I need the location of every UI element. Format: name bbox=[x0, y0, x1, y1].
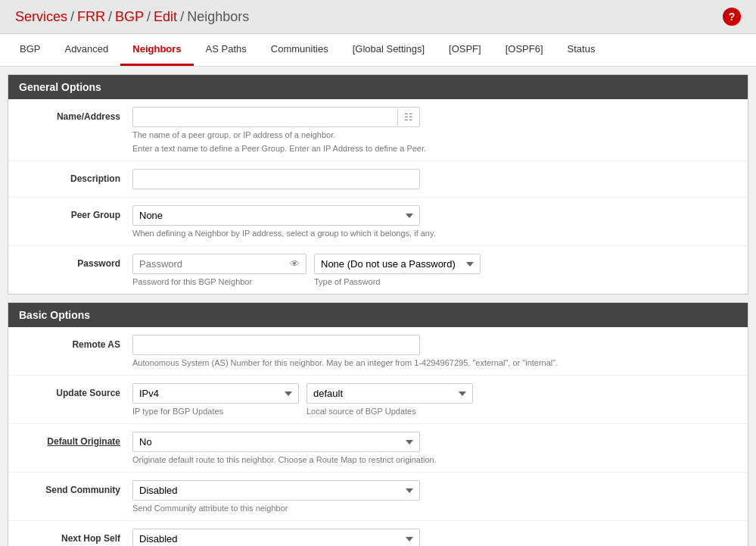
ip-type-desc: IP type for BGP Updates bbox=[132, 407, 299, 416]
tab-communities[interactable]: Communities bbox=[259, 34, 341, 66]
default-originate-row: Default Originate No Yes Originate defau… bbox=[8, 424, 748, 473]
name-address-input[interactable]: 192.168.20.3 bbox=[133, 108, 397, 126]
description-input[interactable] bbox=[132, 169, 420, 189]
default-originate-label: Default Originate bbox=[19, 432, 132, 447]
remote-as-content: 65950 Autonomous System (AS) Number for … bbox=[132, 335, 737, 367]
breadcrumb-frr[interactable]: FRR bbox=[77, 9, 105, 25]
source-select[interactable]: default bbox=[306, 383, 473, 404]
general-options-header: General Options bbox=[8, 75, 748, 99]
name-address-desc2: Enter a text name to define a Peer Group… bbox=[132, 144, 737, 153]
password-input[interactable] bbox=[133, 254, 284, 273]
password-eye-icon[interactable]: 👁 bbox=[284, 255, 306, 273]
tab-ospf6[interactable]: [OSPF6] bbox=[493, 34, 555, 66]
password-label: Password bbox=[19, 254, 132, 269]
peer-group-content: None When defining a Neighbor by IP addr… bbox=[132, 205, 737, 238]
source-desc: Local source of BGP Updates bbox=[306, 407, 473, 416]
update-source-content: IPv4 IPv6 IP type for BGP Updates defaul… bbox=[132, 383, 737, 416]
send-community-select[interactable]: Disabled Enabled bbox=[132, 480, 420, 501]
basic-options-header: Basic Options bbox=[8, 303, 748, 327]
next-hop-self-select[interactable]: Disabled Enabled bbox=[132, 529, 420, 546]
basic-options-section: Basic Options Remote AS 65950 Autonomous… bbox=[8, 302, 748, 546]
tab-ospf[interactable]: [OSPF] bbox=[437, 34, 493, 66]
next-hop-self-row: Next Hop Self Disabled Enabled Disable t… bbox=[8, 521, 748, 546]
peer-group-label: Peer Group bbox=[19, 205, 132, 220]
tab-navigation: BGP Advanced Neighbors AS Paths Communit… bbox=[0, 34, 756, 67]
send-community-row: Send Community Disabled Enabled Send Com… bbox=[8, 473, 748, 521]
tab-neighbors[interactable]: Neighbors bbox=[120, 34, 193, 66]
breadcrumb-edit[interactable]: Edit bbox=[154, 9, 177, 25]
password-input-wrap: 👁 bbox=[132, 254, 306, 274]
description-label: Description bbox=[19, 169, 132, 184]
breadcrumb: Services / FRR / BGP / Edit / Neighbors bbox=[15, 9, 249, 25]
header: Services / FRR / BGP / Edit / Neighbors … bbox=[0, 0, 756, 34]
update-source-row: Update Source IPv4 IPv6 IP type for BGP … bbox=[8, 376, 748, 424]
peer-group-row: Peer Group None When defining a Neighbor… bbox=[8, 198, 748, 246]
remote-as-desc: Autonomous System (AS) Number for this n… bbox=[132, 358, 737, 367]
update-source-inputs: IPv4 IPv6 IP type for BGP Updates defaul… bbox=[132, 383, 737, 416]
tab-bgp[interactable]: BGP bbox=[8, 34, 52, 66]
ip-type-select[interactable]: IPv4 IPv6 bbox=[132, 383, 299, 404]
remote-as-label: Remote AS bbox=[19, 335, 132, 350]
password-content: 👁 Password for this BGP Neighbor None (D… bbox=[132, 254, 737, 286]
password-type-group: None (Do not use a Password) Type of Pas… bbox=[314, 254, 481, 286]
ip-type-group: IPv4 IPv6 IP type for BGP Updates bbox=[132, 383, 299, 416]
password-type-select[interactable]: None (Do not use a Password) bbox=[314, 254, 481, 274]
tab-as-paths[interactable]: AS Paths bbox=[194, 34, 259, 66]
description-content bbox=[132, 169, 737, 189]
name-address-label: Name/Address bbox=[19, 107, 132, 122]
description-row: Description bbox=[8, 161, 748, 198]
peer-group-desc: When defining a Neighbor by IP address, … bbox=[132, 229, 737, 238]
default-originate-desc: Originate default route to this neighbor… bbox=[132, 455, 737, 464]
remote-as-row: Remote AS 65950 Autonomous System (AS) N… bbox=[8, 327, 748, 376]
password-inputs: 👁 Password for this BGP Neighbor None (D… bbox=[132, 254, 737, 286]
name-address-content: 192.168.20.3 ☷ The name of a peer group,… bbox=[132, 107, 737, 153]
default-originate-select[interactable]: No Yes bbox=[132, 432, 420, 452]
tab-global-settings[interactable]: [Global Settings] bbox=[341, 34, 437, 66]
update-source-label: Update Source bbox=[19, 383, 132, 398]
help-button[interactable]: ? bbox=[723, 8, 741, 26]
name-address-icon[interactable]: ☷ bbox=[397, 108, 419, 126]
breadcrumb-bgp[interactable]: BGP bbox=[115, 9, 144, 25]
tab-advanced[interactable]: Advanced bbox=[52, 34, 120, 66]
send-community-label: Send Community bbox=[19, 480, 132, 495]
tab-status[interactable]: Status bbox=[555, 34, 608, 66]
send-community-desc: Send Community attribute to this neighbo… bbox=[132, 504, 737, 513]
name-address-row: Name/Address 192.168.20.3 ☷ The name of … bbox=[8, 99, 748, 161]
password-row: Password 👁 Password for this BGP Neighbo… bbox=[8, 246, 748, 294]
name-address-desc1: The name of a peer group, or IP address … bbox=[132, 130, 737, 139]
next-hop-self-content: Disabled Enabled Disable the next hop ca… bbox=[132, 529, 737, 546]
send-community-content: Disabled Enabled Send Community attribut… bbox=[132, 480, 737, 513]
password-field-group: 👁 Password for this BGP Neighbor bbox=[132, 254, 306, 286]
page-content: General Options Name/Address 192.168.20.… bbox=[0, 67, 756, 546]
source-group: default Local source of BGP Updates bbox=[306, 383, 473, 416]
next-hop-self-label: Next Hop Self bbox=[19, 529, 132, 544]
peer-group-select[interactable]: None bbox=[132, 205, 420, 226]
default-originate-content: No Yes Originate default route to this n… bbox=[132, 432, 737, 464]
password-desc: Password for this BGP Neighbor bbox=[132, 277, 306, 286]
name-address-input-wrap: 192.168.20.3 ☷ bbox=[132, 107, 420, 127]
breadcrumb-services[interactable]: Services bbox=[15, 9, 67, 25]
remote-as-input[interactable]: 65950 bbox=[132, 335, 420, 355]
breadcrumb-neighbors: Neighbors bbox=[187, 9, 249, 25]
password-type-desc: Type of Password bbox=[314, 277, 481, 286]
general-options-section: General Options Name/Address 192.168.20.… bbox=[8, 74, 748, 295]
